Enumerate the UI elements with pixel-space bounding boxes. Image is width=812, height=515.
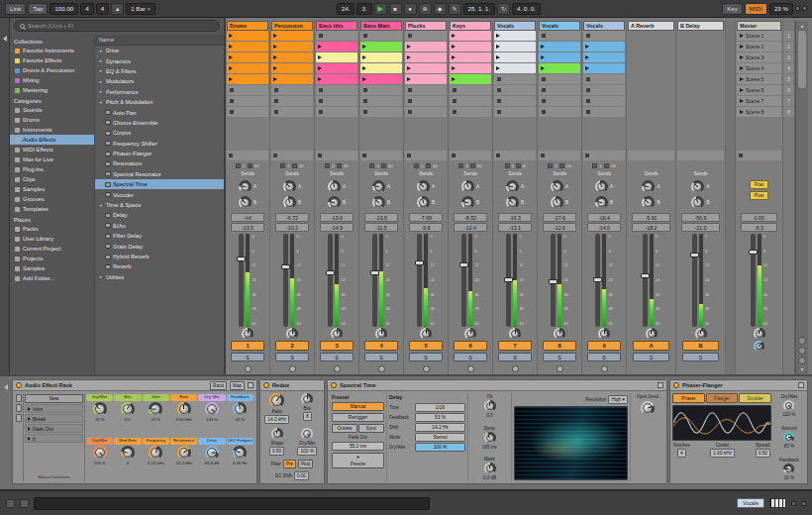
clip-slot[interactable] bbox=[227, 31, 268, 41]
arm-button[interactable] bbox=[289, 365, 296, 372]
send-b-knob[interactable] bbox=[239, 196, 252, 209]
scene-number[interactable]: 4 bbox=[783, 63, 794, 73]
sidebar-item-favorite-instruments[interactable]: Favorite Instruments bbox=[10, 46, 94, 55]
clip-stop-button[interactable] bbox=[316, 85, 357, 95]
center-value[interactable]: 1.00 kHz bbox=[710, 449, 735, 458]
scene-slot[interactable]: Scene 6 bbox=[737, 85, 781, 95]
track-activator[interactable]: 3 bbox=[320, 341, 354, 351]
clip-slot[interactable] bbox=[405, 63, 447, 73]
tree-item-spectral-time[interactable]: Spectral Time bbox=[95, 179, 224, 189]
volume-fader[interactable] bbox=[372, 234, 377, 327]
clip-slot[interactable] bbox=[227, 42, 268, 52]
volume-fader[interactable] bbox=[239, 234, 244, 327]
clip-stop-button[interactable] bbox=[405, 107, 447, 117]
fader-handle[interactable] bbox=[641, 273, 650, 278]
send-a-knob[interactable] bbox=[506, 180, 519, 193]
scene-slot[interactable]: Scene 3 bbox=[737, 52, 781, 62]
clip-stop-button[interactable] bbox=[583, 96, 625, 106]
sidebar-item-favorite-effects[interactable]: Favorite Effects bbox=[10, 55, 94, 65]
sidebar-item-clips[interactable]: Clips bbox=[10, 174, 94, 184]
sidebar-item-max-for-live[interactable]: Max for Live bbox=[10, 154, 94, 164]
scene-number[interactable]: 8 bbox=[783, 107, 794, 117]
show-devices-toggle[interactable] bbox=[16, 414, 22, 422]
track-header[interactable]: B Delay bbox=[677, 21, 724, 31]
tree-item-drive[interactable]: ▸Drive bbox=[95, 46, 224, 55]
volume-value[interactable]: -17.6 bbox=[543, 213, 576, 222]
pan-knob[interactable] bbox=[420, 328, 432, 340]
volume-fader[interactable] bbox=[751, 234, 756, 327]
loop-start-field[interactable]: 25. 1. 1. bbox=[463, 3, 495, 15]
clip-slot[interactable] bbox=[494, 52, 536, 62]
onsets-button[interactable]: Onsets bbox=[332, 424, 357, 433]
stop-button[interactable]: ■ bbox=[389, 3, 402, 15]
clip-stop-button[interactable] bbox=[583, 74, 625, 84]
mode-value[interactable]: Stereo bbox=[415, 433, 465, 442]
sidebar-item-drums-percussion[interactable]: Drums & Percussion bbox=[10, 65, 94, 75]
search-input[interactable] bbox=[28, 23, 214, 29]
arm-button[interactable] bbox=[245, 365, 252, 372]
clip-slot[interactable] bbox=[271, 74, 313, 84]
filter-pre-button[interactable]: Pre bbox=[283, 460, 296, 468]
volume-fader[interactable] bbox=[461, 234, 466, 327]
send-b-knob[interactable] bbox=[506, 196, 519, 209]
track-header[interactable]: Master bbox=[737, 21, 781, 31]
clip-stop-button[interactable] bbox=[539, 31, 580, 41]
record-button[interactable]: ● bbox=[404, 3, 417, 15]
pan-knob[interactable] bbox=[695, 328, 707, 340]
macro-knob-bits[interactable] bbox=[121, 402, 135, 416]
clip-slot[interactable] bbox=[227, 52, 268, 62]
fader-handle[interactable] bbox=[281, 264, 290, 269]
tree-item-performance[interactable]: ▸Performance bbox=[95, 87, 224, 97]
chevron-right-icon[interactable]: ▸ bbox=[98, 79, 104, 84]
fader-handle[interactable] bbox=[326, 270, 335, 275]
sidebar-item-mixing[interactable]: Mixing bbox=[10, 75, 94, 85]
volume-value[interactable]: -6.72 bbox=[275, 213, 309, 222]
fader-handle[interactable] bbox=[504, 277, 513, 282]
stop-all-clips-button[interactable] bbox=[737, 151, 781, 160]
scene-number[interactable]: 6 bbox=[783, 85, 794, 95]
send-a-knob[interactable] bbox=[461, 180, 474, 193]
scrollbar-thumb[interactable] bbox=[798, 31, 806, 88]
chevron-down-icon[interactable]: ▾ bbox=[98, 100, 104, 105]
pan-knob[interactable] bbox=[754, 328, 765, 340]
clip-slot[interactable] bbox=[450, 52, 491, 62]
macro-knob-drive[interactable] bbox=[205, 446, 219, 460]
sidebar-item-packs[interactable]: Packs bbox=[10, 224, 94, 234]
hot-swap-icon[interactable] bbox=[248, 382, 254, 388]
clip-stop-button[interactable] bbox=[316, 107, 357, 117]
sidebar-item-mastering[interactable]: Mastering bbox=[10, 85, 94, 95]
show-sends-toggle[interactable] bbox=[798, 347, 806, 355]
macro-knob-feedback[interactable] bbox=[233, 402, 247, 416]
clip-stop-button[interactable] bbox=[271, 96, 313, 106]
solo-button[interactable]: S bbox=[275, 353, 309, 361]
send-b-knob[interactable] bbox=[595, 196, 608, 209]
variation-launch-icon[interactable] bbox=[28, 427, 31, 431]
device-on-toggle[interactable] bbox=[673, 382, 679, 388]
send-b-knob[interactable] bbox=[461, 196, 474, 209]
stop-all-clips-button[interactable] bbox=[271, 151, 313, 160]
clip-slot[interactable] bbox=[316, 63, 357, 73]
sidebar-item-projects[interactable]: Projects bbox=[10, 254, 94, 263]
clip-slot[interactable] bbox=[271, 31, 313, 41]
spray-knob[interactable] bbox=[484, 432, 496, 444]
return-post-toggle[interactable]: Post bbox=[750, 180, 769, 189]
key-map-button[interactable]: Key bbox=[722, 3, 743, 15]
play-button[interactable]: ▶ bbox=[374, 3, 387, 15]
tab-phaser[interactable]: Phaser bbox=[672, 393, 705, 403]
show-chains-toggle[interactable] bbox=[16, 404, 22, 412]
arm-button[interactable] bbox=[334, 365, 341, 372]
clip-stop-button[interactable] bbox=[360, 85, 402, 95]
chevron-right-icon[interactable]: ▸ bbox=[98, 89, 104, 94]
clip-stop-button[interactable] bbox=[450, 107, 491, 117]
track-activator[interactable]: 5 bbox=[409, 341, 443, 351]
volume-value[interactable]: -56.9 bbox=[681, 213, 720, 222]
volume-value[interactable]: -16.3 bbox=[498, 213, 532, 222]
tree-item-utilities[interactable]: ▸Utilities bbox=[95, 272, 224, 282]
track-header[interactable]: Keys bbox=[450, 21, 491, 31]
volume-fader[interactable] bbox=[595, 234, 600, 327]
pan-knob[interactable] bbox=[598, 328, 610, 340]
show-io-toggle[interactable] bbox=[798, 337, 806, 345]
clip-stop-button[interactable] bbox=[583, 85, 625, 95]
send-a-knob[interactable] bbox=[691, 180, 704, 193]
track-activator[interactable]: 1 bbox=[231, 341, 264, 351]
